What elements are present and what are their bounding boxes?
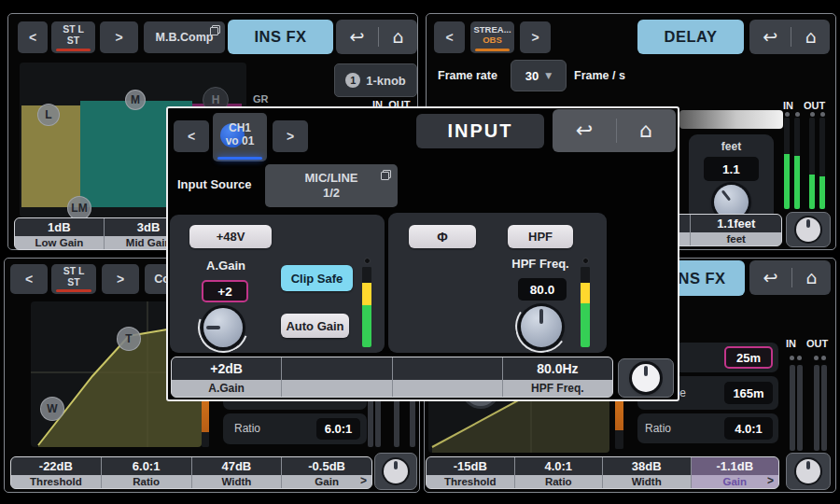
next-channel-button[interactable]: > bbox=[520, 21, 551, 53]
feet-label: feet bbox=[689, 140, 774, 153]
back-icon[interactable]: ↩ bbox=[576, 120, 593, 141]
prev-channel-button[interactable]: < bbox=[10, 264, 48, 294]
knob-icon bbox=[796, 459, 820, 483]
again-value[interactable]: +2 bbox=[202, 280, 248, 302]
meter-peak-dot bbox=[795, 112, 800, 117]
ratio-label: Ratio bbox=[645, 422, 671, 435]
comp-footer-bar: -22dB Threshold 6.0:1 Ratio 47dB Width -… bbox=[10, 456, 372, 489]
channel-select-button[interactable]: ST L ST bbox=[51, 264, 96, 294]
release-value[interactable]: 165m bbox=[724, 382, 773, 404]
copy-icon bbox=[381, 170, 391, 180]
clip-indicator-dot bbox=[364, 258, 371, 264]
footer-cell-gain[interactable]: -0.5dB Gain > bbox=[282, 457, 371, 488]
auto-gain-button[interactable]: Auto Gain bbox=[281, 314, 349, 338]
footer-cell-threshold[interactable]: -15dB Threshold bbox=[427, 457, 515, 488]
ratio-value[interactable]: 6.0:1 bbox=[316, 418, 360, 440]
threshold-marker[interactable]: T bbox=[117, 327, 141, 351]
footer-cell-low-gain[interactable]: 1dB Low Gain bbox=[15, 218, 105, 249]
clip-safe-button[interactable]: Clip Safe bbox=[281, 265, 353, 291]
band-marker-low[interactable]: L bbox=[37, 104, 60, 126]
channel-select-button[interactable]: CH1 vo 01 bbox=[213, 113, 267, 161]
meter-peak-dot bbox=[820, 112, 825, 117]
footer-cell-width[interactable]: 38dB Width bbox=[603, 457, 692, 488]
in-meter bbox=[797, 365, 803, 451]
footer-cell-feet[interactable]: 1.1feet feet bbox=[691, 215, 781, 245]
meter-peak-dot bbox=[814, 356, 819, 360]
next-channel-button[interactable]: > bbox=[102, 264, 139, 294]
channel-select-button[interactable]: ST L ST bbox=[51, 21, 95, 53]
delay-time-slider[interactable] bbox=[679, 110, 783, 129]
ratio-value[interactable]: 4.0:1 bbox=[724, 417, 773, 440]
channel-id: CH1 bbox=[229, 122, 251, 135]
ratio-label: Ratio bbox=[234, 422, 260, 435]
in-meter bbox=[790, 365, 795, 451]
mixer-screen: < ST L ST > M.B.Comp INS FX ↩ ⌂ L M H LM… bbox=[0, 0, 840, 504]
footer-knob-button[interactable] bbox=[374, 453, 417, 490]
param-row-ratio: Ratio 4.0:1 bbox=[637, 413, 778, 443]
attack-value[interactable]: 25m bbox=[724, 346, 773, 369]
one-knob-badge-icon: 1 bbox=[345, 73, 360, 88]
in-label: IN bbox=[783, 100, 793, 111]
fx-name-button[interactable]: M.B.Comp bbox=[144, 21, 225, 53]
back-icon[interactable]: ↩ bbox=[763, 28, 777, 46]
hpf-freq-knob[interactable] bbox=[521, 306, 562, 347]
in-label: IN bbox=[786, 338, 796, 349]
prev-channel-button[interactable]: < bbox=[174, 120, 209, 152]
input-footer-bar: +2dB A.Gain 80.0Hz HPF Freq. bbox=[171, 357, 613, 398]
input-source-button[interactable]: MIC/LINE 1/2 bbox=[265, 164, 398, 207]
footer-cell-ratio[interactable]: 4.0:1 Ratio bbox=[515, 457, 604, 488]
nav-box: ↩ ⌂ bbox=[336, 20, 417, 54]
knob-icon bbox=[796, 217, 820, 242]
footer-cell-width[interactable]: 47dB Width bbox=[192, 457, 283, 488]
tab-delay[interactable]: DELAY bbox=[637, 20, 744, 54]
divider bbox=[791, 268, 792, 287]
home-icon[interactable]: ⌂ bbox=[805, 28, 817, 46]
footer-knob-button[interactable] bbox=[618, 358, 674, 398]
channel-select-button[interactable]: STREA... OBS bbox=[470, 21, 514, 53]
channel-name: vo 01 bbox=[226, 135, 255, 148]
next-channel-button[interactable]: > bbox=[273, 120, 308, 152]
frame-rate-unit: Frame / s bbox=[574, 69, 625, 82]
out-label: OUT bbox=[806, 338, 828, 349]
footer-knob-button[interactable] bbox=[786, 212, 831, 247]
param-row-ratio: Ratio 6.0:1 bbox=[223, 413, 367, 444]
prev-channel-button[interactable]: < bbox=[18, 21, 48, 53]
home-icon[interactable]: ⌂ bbox=[805, 269, 817, 287]
frame-rate-dropdown[interactable]: 30 ▼ bbox=[511, 60, 567, 91]
tab-ins-fx[interactable]: INS FX bbox=[228, 20, 333, 54]
home-icon[interactable]: ⌂ bbox=[392, 28, 403, 46]
feet-value[interactable]: 1.1 bbox=[704, 157, 759, 181]
phantom-48v-button[interactable]: +48V bbox=[189, 225, 272, 248]
input-source-label: Input Source bbox=[177, 177, 251, 191]
footer-cell-empty[interactable] bbox=[282, 357, 392, 397]
phase-button[interactable]: Φ bbox=[409, 225, 476, 248]
footer-cell-ratio[interactable]: 6.0:1 Ratio bbox=[102, 457, 192, 488]
footer-cell-threshold[interactable]: -22dB Threshold bbox=[11, 457, 102, 488]
back-icon[interactable]: ↩ bbox=[763, 269, 778, 287]
footer-cell-empty[interactable] bbox=[393, 357, 503, 397]
nav-box: ↩ ⌂ bbox=[749, 260, 831, 295]
footer-cell-again[interactable]: +2dB A.Gain bbox=[172, 357, 282, 397]
back-icon[interactable]: ↩ bbox=[350, 28, 365, 46]
out-meter bbox=[814, 365, 819, 451]
footer-cell-gain-selected[interactable]: -1.1dB Gain > bbox=[692, 457, 779, 488]
meter-peak-dot bbox=[785, 112, 790, 117]
prev-channel-button[interactable]: < bbox=[434, 21, 465, 53]
one-knob-button[interactable]: 1 1-knob bbox=[334, 63, 417, 97]
hpf-button[interactable]: HPF bbox=[508, 225, 573, 248]
again-knob[interactable] bbox=[203, 308, 243, 347]
footer-cell-hpf-freq[interactable]: 80.0Hz HPF Freq. bbox=[503, 357, 612, 397]
meter-peak-dot bbox=[797, 356, 802, 360]
preamp-card: +48V A.Gain +2 Clip Safe Auto Gain bbox=[170, 215, 385, 353]
band-marker-lowmid[interactable]: LM bbox=[67, 196, 91, 217]
frame-rate-label: Frame rate bbox=[438, 69, 497, 82]
out-label: OUT bbox=[804, 100, 825, 111]
band-marker-mid[interactable]: M bbox=[125, 90, 146, 110]
next-channel-button[interactable]: > bbox=[100, 21, 138, 53]
home-icon[interactable]: ⌂ bbox=[639, 120, 652, 141]
footer-knob-button[interactable] bbox=[786, 453, 831, 490]
divider bbox=[791, 27, 791, 47]
channel-name-line2: ST bbox=[67, 35, 79, 47]
hpf-freq-value[interactable]: 80.0 bbox=[518, 278, 567, 301]
width-marker[interactable]: W bbox=[40, 397, 64, 421]
